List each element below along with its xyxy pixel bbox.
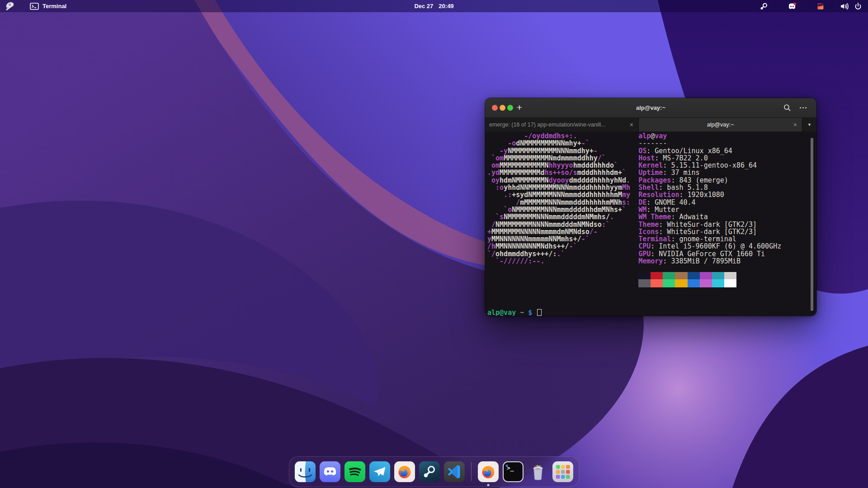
terminal-app-icon [30, 3, 39, 10]
dock-firefox-running[interactable] [478, 461, 499, 482]
tab-close-button[interactable]: × [629, 122, 634, 128]
volume-icon[interactable] [840, 0, 849, 12]
search-icon [783, 104, 791, 112]
dock-finder[interactable] [295, 461, 316, 482]
terminal-window: + alp@vay:~ emerge: (16 of 17) app-emula… [485, 98, 816, 316]
power-icon[interactable] [854, 0, 863, 12]
desktop: Terminal Dec 27 20:49 [0, 0, 868, 488]
tab-close-button[interactable]: × [793, 122, 798, 128]
dock-telegram[interactable] [369, 461, 390, 482]
tab-label: alp@vay:~ [652, 122, 788, 128]
steam-tray-icon[interactable] [760, 0, 769, 12]
headerbar[interactable]: + alp@vay:~ [485, 98, 816, 118]
app-cube-tray-icon[interactable] [816, 0, 825, 12]
running-indicator-dot [506, 465, 508, 467]
dock-vscode[interactable] [444, 461, 465, 482]
search-button[interactable] [783, 104, 791, 113]
dock-terminal-running[interactable]: >_ [503, 461, 524, 482]
dock-firefox-launcher[interactable] [394, 461, 415, 482]
dock-app-grid[interactable] [552, 461, 573, 482]
tab-shell[interactable]: alp@vay:~ × [639, 118, 802, 131]
terminal-cursor [537, 309, 542, 316]
tab-bar: emerge: (16 of 17) app-emulation/wine-va… [485, 118, 816, 131]
running-indicator-dot [487, 484, 490, 486]
terminal-scrollbar[interactable] [811, 138, 813, 311]
tab-label: emerge: (16 of 17) app-emulation/wine-va… [489, 122, 629, 128]
dock-separator [471, 462, 472, 481]
top-bar: Terminal Dec 27 20:49 [0, 0, 868, 12]
terminal-output: -/oyddmdhs+:. alp@vay -odNMMMMMMMMNNmhy+… [485, 131, 816, 316]
window-title: alp@vay:~ [485, 98, 816, 118]
dock-spotify[interactable] [344, 461, 365, 482]
tab-list-dropdown-button[interactable]: ▼ [802, 118, 816, 131]
focused-app-menu[interactable]: Terminal [27, 0, 69, 12]
discord-tray-icon[interactable] [788, 0, 797, 12]
clock-date: Dec 27 [414, 3, 433, 9]
dock: >_ [289, 456, 579, 487]
system-tray [760, 0, 863, 12]
dock-trash[interactable] [528, 461, 548, 482]
gentoo-logo-icon [4, 0, 15, 12]
focused-app-label: Terminal [42, 3, 66, 9]
dock-discord[interactable] [320, 461, 340, 482]
dock-steam[interactable] [419, 461, 440, 482]
clock-time: 20:49 [439, 3, 453, 9]
clock-button[interactable]: Dec 27 20:49 [414, 0, 453, 12]
menu-button[interactable] [800, 107, 807, 108]
activities-button[interactable] [4, 0, 15, 12]
terminal-viewport[interactable]: -/oyddmdhs+:. alp@vay -odNMMMMMMMMNNmhy+… [485, 131, 816, 316]
tab-emerge[interactable]: emerge: (16 of 17) app-emulation/wine-va… [485, 118, 639, 131]
